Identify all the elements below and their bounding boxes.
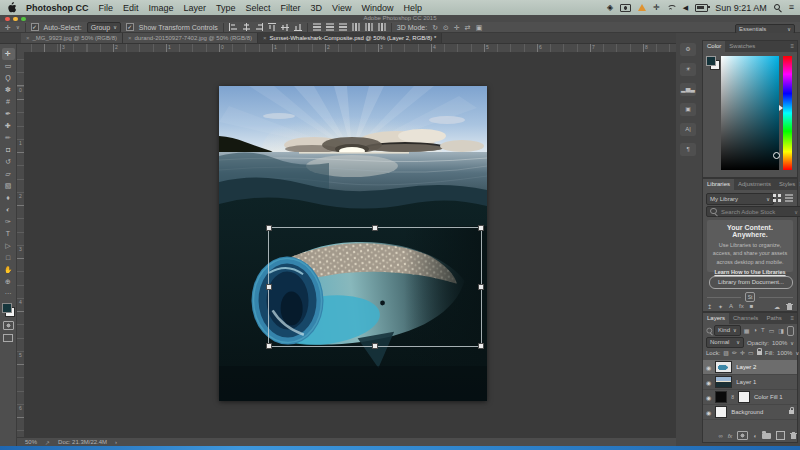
tab-channels[interactable]: Channels xyxy=(729,313,762,324)
opacity-value[interactable]: 100% xyxy=(772,340,787,346)
tab-swatches[interactable]: Swatches xyxy=(725,41,759,52)
lock-option-icon[interactable]: ▭ xyxy=(748,349,754,356)
close-icon[interactable]: × xyxy=(26,35,30,41)
tool-button[interactable]: Ϙ xyxy=(2,72,15,84)
doc-size-info[interactable]: Doc: 21.3M/22.4M xyxy=(58,439,107,445)
transform-handle-top-center[interactable] xyxy=(372,225,378,231)
layer-row-background[interactable]: ◉ Background xyxy=(703,405,797,420)
tool-button[interactable]: ✒ xyxy=(2,108,15,120)
library-action-icon[interactable]: A xyxy=(729,303,733,310)
tool-button[interactable]: ✋ xyxy=(2,264,15,276)
layer-style-icon[interactable]: fx xyxy=(728,433,733,439)
tool-button[interactable]: ▱ xyxy=(2,168,15,180)
tool-button[interactable]: ⊕ xyxy=(2,276,15,288)
3d-mode-icon[interactable]: ↻ xyxy=(432,23,438,32)
layer-mask-thumbnail[interactable] xyxy=(738,391,750,403)
transform-handle-middle-right[interactable] xyxy=(478,284,484,290)
3d-mode-icon[interactable]: ✛ xyxy=(454,23,460,32)
tab-layers[interactable]: Layers xyxy=(703,313,729,324)
menubar-item[interactable]: 3D xyxy=(311,3,323,13)
library-action-icon[interactable]: fx xyxy=(739,303,744,310)
tab-color[interactable]: Color xyxy=(703,41,725,52)
transform-handle-bottom-center[interactable] xyxy=(372,343,378,349)
filter-type-icon[interactable]: ▦ xyxy=(744,327,750,334)
layer-name[interactable]: Layer 1 xyxy=(736,379,756,385)
auto-select-checkbox[interactable]: ✓ xyxy=(31,23,39,31)
show-transform-checkbox[interactable]: ✓ xyxy=(126,23,134,31)
transform-handle-top-left[interactable] xyxy=(266,225,272,231)
transform-handle-top-right[interactable] xyxy=(478,225,484,231)
export-icon[interactable]: ↗ xyxy=(45,439,50,446)
link-layers-icon[interactable]: ∞ xyxy=(718,433,722,439)
delete-layer-icon[interactable] xyxy=(790,432,797,439)
color-panel-swatches[interactable] xyxy=(706,56,720,70)
horizontal-ruler[interactable]: 321012345678 xyxy=(24,44,676,53)
layer-thumbnail[interactable] xyxy=(715,361,732,373)
shield-icon[interactable]: ◈ xyxy=(607,3,613,12)
distribute-top-edges-icon[interactable] xyxy=(313,23,321,31)
chevron-down-icon[interactable]: ∨ xyxy=(795,350,799,356)
align-vertical-centers-icon[interactable] xyxy=(281,23,289,31)
distribute-horizontal-centers-icon[interactable] xyxy=(365,23,373,31)
hue-slider[interactable] xyxy=(783,56,792,170)
new-group-icon[interactable] xyxy=(762,433,771,439)
foreground-color-swatch[interactable] xyxy=(706,56,716,66)
layer-row-layer-2[interactable]: ◉ Layer 2 xyxy=(703,360,797,375)
3d-mode-icon[interactable]: ⇄ xyxy=(465,23,471,32)
adjustment-layer-icon[interactable]: ◐ xyxy=(753,433,757,439)
apple-logo-icon[interactable] xyxy=(6,2,17,13)
lock-all-icon[interactable] xyxy=(757,351,762,355)
library-select[interactable]: My Library ∨ xyxy=(706,193,774,205)
visibility-eye-icon[interactable]: ◉ xyxy=(706,409,711,416)
document-tab[interactable]: × _MG_9923.jpg @ 50% (RGB/8) xyxy=(21,33,123,43)
3d-mode-icon[interactable]: ▣ xyxy=(476,23,483,32)
edit-toolbar-button[interactable]: ⋯ xyxy=(2,288,15,300)
hue-slider-marker[interactable] xyxy=(779,105,783,111)
new-layer-icon[interactable] xyxy=(776,431,785,440)
tab-adjustments[interactable]: Adjustments xyxy=(734,179,775,190)
menubar-app-name[interactable]: Photoshop CC xyxy=(26,3,89,13)
filter-type-icon[interactable]: ◑ xyxy=(753,327,757,334)
collapsed-panel-icon[interactable]: ¶ xyxy=(680,143,696,156)
3d-mode-icon[interactable]: ⊙ xyxy=(443,23,449,32)
sync-icon[interactable]: ☁ xyxy=(774,303,780,310)
menubar-item[interactable]: Image xyxy=(149,3,174,13)
collapsed-panel-icon[interactable]: A| xyxy=(680,123,696,136)
align-horizontal-centers-icon[interactable] xyxy=(242,23,250,31)
close-icon[interactable]: × xyxy=(128,35,132,41)
lock-option-icon[interactable]: ▨ xyxy=(723,349,729,356)
collapsed-panel-icon[interactable]: ☀ xyxy=(680,63,696,76)
menubar-item[interactable]: Layer xyxy=(184,3,207,13)
tool-button[interactable]: T xyxy=(2,228,15,240)
tab-libraries[interactable]: Libraries xyxy=(703,179,734,190)
tool-button[interactable]: ▷ xyxy=(2,240,15,252)
distribute-bottom-edges-icon[interactable] xyxy=(339,23,347,31)
lock-option-icon[interactable]: ✏ xyxy=(732,349,737,356)
library-action-icon[interactable]: ■ xyxy=(750,303,754,310)
canvas-document[interactable] xyxy=(219,86,487,401)
visibility-eye-icon[interactable]: ◉ xyxy=(706,364,711,371)
tool-button[interactable]: ♦ xyxy=(2,192,15,204)
tab-paths[interactable]: Paths xyxy=(762,313,785,324)
saturation-brightness-field[interactable] xyxy=(721,56,779,170)
layer-thumbnail[interactable] xyxy=(715,376,732,388)
library-from-document-button[interactable]: Library from Document... xyxy=(709,276,793,289)
promo-link[interactable]: Learn How to Use Libraries xyxy=(710,269,790,275)
vertical-ruler[interactable]: 0123456 xyxy=(17,52,25,437)
menubar-item[interactable]: File xyxy=(99,3,114,13)
distribute-vertical-centers-icon[interactable] xyxy=(326,23,334,31)
filter-type-icon[interactable]: ◨ xyxy=(778,327,784,334)
tool-button[interactable]: ▭ xyxy=(2,60,15,72)
menubar-item[interactable]: Edit xyxy=(123,3,139,13)
align-bottom-edges-icon[interactable] xyxy=(294,23,302,31)
layer-name[interactable]: Background xyxy=(731,409,763,415)
camera-icon[interactable] xyxy=(620,4,631,12)
zoom-level[interactable]: 50% xyxy=(25,439,37,445)
blend-mode-dropdown[interactable]: Normal ∨ xyxy=(706,337,744,348)
stock-search-field[interactable]: Search Adobe Stock ∨ xyxy=(706,206,800,217)
menubar-item[interactable]: View xyxy=(332,3,351,13)
tool-button[interactable]: ✚ xyxy=(2,120,15,132)
document-tab[interactable]: × durand-20150927-7402.jpg @ 50% (RGB/8) xyxy=(123,33,258,43)
screen-mode-button[interactable] xyxy=(3,334,13,342)
collapsed-panel-icon[interactable]: ⚙ xyxy=(680,43,696,56)
